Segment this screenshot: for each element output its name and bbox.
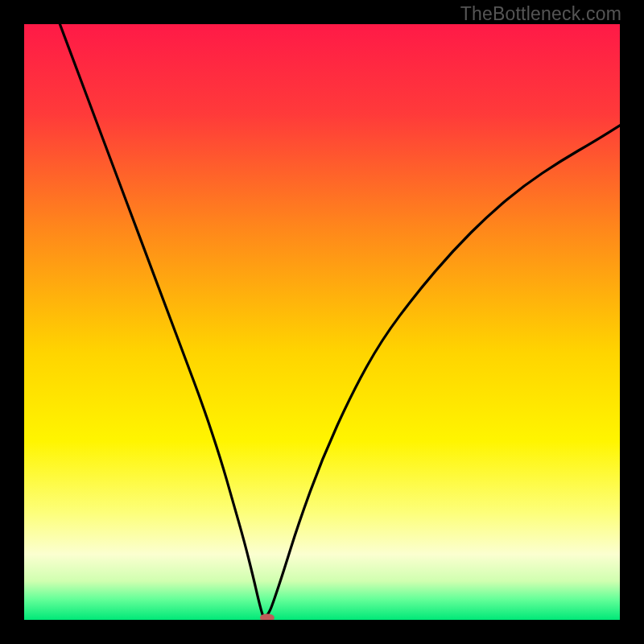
chart-frame: TheBottleneck.com <box>0 0 644 644</box>
plot-area <box>24 24 620 620</box>
gradient-background <box>24 24 620 620</box>
chart-svg <box>24 24 620 620</box>
watermark-text: TheBottleneck.com <box>460 3 621 25</box>
